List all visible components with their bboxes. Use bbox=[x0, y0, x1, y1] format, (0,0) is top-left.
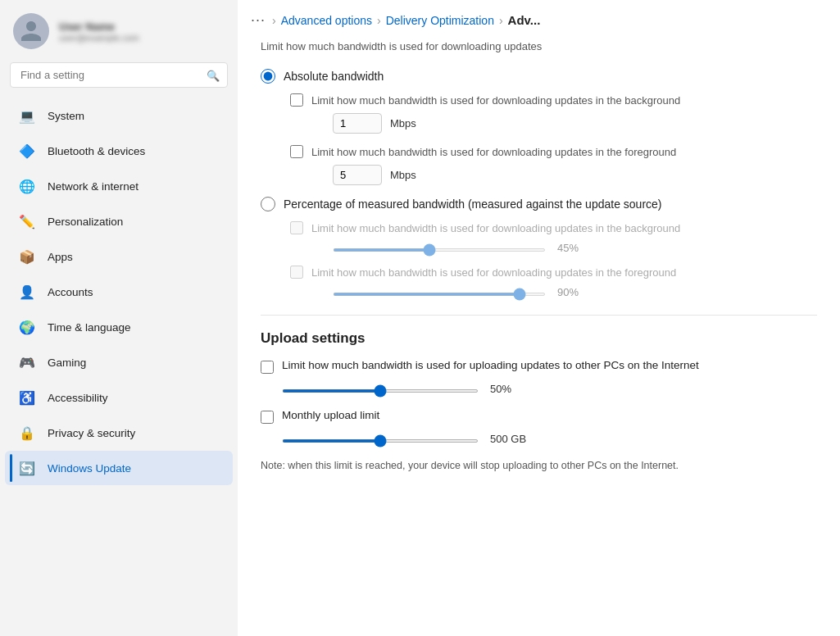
pct-fg-slider-container bbox=[333, 285, 546, 298]
sidebar-item-gaming[interactable]: 🎮 Gaming bbox=[5, 345, 233, 379]
gaming-icon: 🎮 bbox=[18, 353, 36, 371]
sidebar-label-accounts: Accounts bbox=[48, 286, 93, 298]
monthly-slider-container bbox=[282, 432, 479, 445]
pct-fg-checkbox-row: Limit how much bandwidth is used for dow… bbox=[290, 266, 817, 279]
sidebar-item-personalization[interactable]: ✏️ Personalization bbox=[5, 204, 233, 238]
bluetooth-icon: 🔷 bbox=[18, 142, 36, 160]
pct-bg-slider-container bbox=[333, 241, 546, 254]
avatar bbox=[13, 13, 49, 49]
upload-bandwidth-label: Limit how much bandwidth is used for upl… bbox=[282, 358, 699, 374]
upload-bandwidth-checkbox[interactable] bbox=[261, 361, 274, 374]
sidebar-item-privacy[interactable]: 🔒 Privacy & security bbox=[5, 416, 233, 450]
fg-indent: Limit how much bandwidth is used for dow… bbox=[290, 145, 817, 185]
system-icon: 💻 bbox=[18, 107, 36, 125]
fg-bandwidth-label: Limit how much bandwidth is used for dow… bbox=[311, 146, 676, 158]
absolute-bandwidth-radio-label[interactable]: Absolute bandwidth bbox=[261, 69, 817, 84]
sidebar-nav: 💻 System 🔷 Bluetooth & devices 🌐 Network… bbox=[0, 98, 238, 486]
sidebar-item-network[interactable]: 🌐 Network & internet bbox=[5, 169, 233, 203]
breadcrumb-current: Adv... bbox=[508, 13, 541, 27]
user-info: User Name user@example.com bbox=[59, 20, 139, 43]
upload-section-heading: Upload settings bbox=[261, 315, 817, 347]
pct-bg-slider[interactable] bbox=[333, 248, 546, 252]
bg-indent: Limit how much bandwidth is used for dow… bbox=[290, 93, 817, 134]
sidebar-label-system: System bbox=[48, 110, 84, 122]
upload-bandwidth-slider[interactable] bbox=[282, 389, 479, 393]
breadcrumb-sep-1: › bbox=[272, 14, 276, 27]
search-input[interactable] bbox=[10, 62, 228, 88]
bg-bandwidth-label: Limit how much bandwidth is used for dow… bbox=[311, 94, 680, 107]
sidebar-label-personalization: Personalization bbox=[48, 216, 123, 228]
sidebar-label-bluetooth: Bluetooth & devices bbox=[48, 145, 145, 157]
sidebar-item-windows-update[interactable]: 🔄 Windows Update bbox=[5, 451, 233, 485]
network-icon: 🌐 bbox=[18, 177, 36, 195]
breadcrumb-dots[interactable]: ··· bbox=[251, 11, 266, 29]
sidebar-item-time[interactable]: 🌍 Time & language bbox=[5, 310, 233, 344]
accessibility-icon: ♿ bbox=[18, 388, 36, 407]
pct-bandwidth-label: Percentage of measured bandwidth (measur… bbox=[284, 198, 662, 211]
fg-checkbox-row: Limit how much bandwidth is used for dow… bbox=[290, 145, 817, 158]
accounts-icon: 👤 bbox=[18, 283, 36, 301]
personalization-icon: ✏️ bbox=[18, 212, 36, 230]
pct-fg-slider[interactable] bbox=[333, 293, 546, 296]
monthly-limit-slider[interactable] bbox=[282, 439, 479, 443]
upload-checkbox-row: Limit how much bandwidth is used for upl… bbox=[261, 358, 817, 374]
bg-checkbox-row: Limit how much bandwidth is used for dow… bbox=[290, 93, 817, 107]
fg-bandwidth-checkbox[interactable] bbox=[290, 145, 303, 158]
fg-mbps-input[interactable] bbox=[333, 165, 382, 185]
absolute-bandwidth-label: Absolute bandwidth bbox=[284, 70, 384, 83]
sidebar-label-apps: Apps bbox=[48, 251, 73, 263]
note-text: Note: when this limit is reached, your d… bbox=[261, 458, 736, 474]
sidebar-item-bluetooth[interactable]: 🔷 Bluetooth & devices bbox=[5, 134, 233, 168]
user-profile: User Name user@example.com bbox=[0, 0, 238, 59]
sidebar-label-network: Network & internet bbox=[48, 180, 138, 193]
pct-fg-checkbox[interactable] bbox=[290, 266, 303, 279]
bg-mbps-label: Mbps bbox=[390, 117, 416, 129]
pct-bg-label: Limit how much bandwidth is used for dow… bbox=[311, 222, 680, 234]
sidebar-item-accessibility[interactable]: ♿ Accessibility bbox=[5, 380, 233, 415]
search-box[interactable]: 🔍 bbox=[10, 62, 228, 88]
privacy-icon: 🔒 bbox=[18, 424, 36, 442]
sidebar-label-privacy: Privacy & security bbox=[48, 427, 135, 439]
sidebar-label-accessibility: Accessibility bbox=[48, 392, 108, 404]
pct-bandwidth-radio-label[interactable]: Percentage of measured bandwidth (measur… bbox=[261, 197, 817, 211]
monthly-limit-checkbox[interactable] bbox=[261, 411, 274, 424]
sidebar-item-apps[interactable]: 📦 Apps bbox=[5, 239, 233, 274]
pct-fg-slider-row: 90% bbox=[333, 285, 817, 298]
monthly-limit-value: 500 GB bbox=[490, 433, 526, 445]
page-subtitle: Limit how much bandwidth is used for dow… bbox=[261, 40, 817, 52]
upload-slider-row: 50% bbox=[282, 382, 817, 395]
pct-bg-checkbox[interactable] bbox=[290, 221, 303, 234]
bg-mbps-input[interactable] bbox=[333, 113, 382, 134]
pct-bg-checkbox-row: Limit how much bandwidth is used for dow… bbox=[290, 221, 817, 234]
pct-fg-indent: Limit how much bandwidth is used for dow… bbox=[290, 266, 817, 298]
breadcrumb-delivery[interactable]: Delivery Optimization bbox=[386, 14, 494, 27]
sidebar-label-time: Time & language bbox=[48, 321, 131, 334]
upload-bandwidth-value: 50% bbox=[490, 383, 523, 395]
sidebar-item-system[interactable]: 💻 System bbox=[5, 98, 233, 133]
bandwidth-radio-group: Absolute bandwidth Limit how much bandwi… bbox=[261, 69, 817, 298]
monthly-limit-label: Monthly upload limit bbox=[282, 408, 379, 424]
fg-mbps-label: Mbps bbox=[390, 169, 416, 181]
upload-slider-container bbox=[282, 382, 479, 395]
breadcrumb-advanced[interactable]: Advanced options bbox=[281, 14, 372, 27]
apps-icon: 📦 bbox=[18, 248, 36, 266]
bg-mbps-row: Mbps bbox=[333, 113, 817, 134]
time-icon: 🌍 bbox=[18, 318, 36, 336]
fg-mbps-row: Mbps bbox=[333, 165, 817, 185]
search-icon: 🔍 bbox=[207, 69, 220, 81]
user-email: user@example.com bbox=[59, 33, 139, 43]
breadcrumb-sep-3: › bbox=[499, 14, 503, 27]
bg-bandwidth-checkbox[interactable] bbox=[290, 93, 303, 107]
sidebar-label-windows-update: Windows Update bbox=[48, 462, 131, 475]
pct-bg-indent: Limit how much bandwidth is used for dow… bbox=[290, 221, 817, 254]
main-content: ··· › Advanced options › Delivery Optimi… bbox=[238, 0, 840, 636]
pct-bg-slider-row: 45% bbox=[333, 241, 817, 254]
monthly-slider-row: 500 GB bbox=[282, 432, 817, 445]
pct-bandwidth-radio[interactable] bbox=[261, 197, 275, 211]
absolute-bandwidth-radio[interactable] bbox=[261, 69, 275, 84]
windows-update-icon: 🔄 bbox=[18, 459, 36, 477]
sidebar-item-accounts[interactable]: 👤 Accounts bbox=[5, 275, 233, 309]
pct-fg-label: Limit how much bandwidth is used for dow… bbox=[311, 266, 676, 279]
sidebar-label-gaming: Gaming bbox=[48, 357, 86, 369]
pct-bg-value: 45% bbox=[557, 242, 590, 254]
